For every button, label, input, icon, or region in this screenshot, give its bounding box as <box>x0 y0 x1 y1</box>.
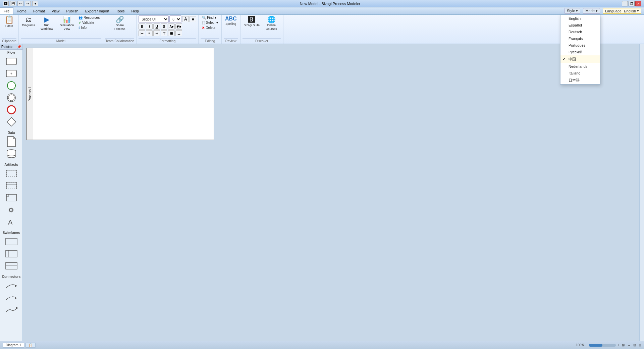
align-row: ⊢ ≡ ⊣ ⊤ ⊞ ⊥ <box>139 30 182 36</box>
menu-format[interactable]: Format <box>30 7 48 14</box>
dropdown-quick-btn[interactable]: ▾ <box>32 1 38 6</box>
palette-item-data-object[interactable] <box>5 136 18 147</box>
palette-item-start-event[interactable] <box>5 80 18 91</box>
palette-item-pool[interactable] <box>5 236 18 247</box>
fit-page-button[interactable]: ⊞ <box>622 343 625 347</box>
palette-item-artifact3[interactable] <box>5 192 18 203</box>
ribbon-group-model: 🗂 Diagrams ▶ Run Workflow 📊 Simulation V… <box>19 15 103 44</box>
grid-toggle-button[interactable]: ⊞ <box>639 343 641 347</box>
palette-item-data-store[interactable] <box>5 148 18 159</box>
resources-button[interactable]: 👥 Resources <box>77 15 101 20</box>
run-workflow-button[interactable]: ▶ Run Workflow <box>37 15 56 32</box>
menu-publish[interactable]: Publish <box>63 7 82 14</box>
restore-button[interactable]: ❐ <box>629 1 635 6</box>
palette-item-end-event[interactable] <box>5 104 18 115</box>
zoom-slider[interactable] <box>589 344 616 347</box>
style-control[interactable]: Style ▾ <box>565 8 581 14</box>
formatting-label: Formatting <box>139 38 196 43</box>
menu-help[interactable]: Help <box>128 7 142 14</box>
palette-item-lane2[interactable] <box>5 260 18 271</box>
italic-button[interactable]: I <box>146 23 153 30</box>
lang-english[interactable]: English <box>560 15 600 22</box>
font-color-button[interactable]: A▾ <box>168 23 175 30</box>
zoom-decrease-icon[interactable]: − <box>586 343 588 347</box>
align-left-button[interactable]: ⊢ <box>139 30 145 36</box>
undo-quick-btn[interactable]: ↩ <box>17 1 23 6</box>
bizagi-suite-button[interactable]: 🅱 Bizagi Suite <box>243 15 261 28</box>
palette-item-conn1[interactable] <box>5 280 18 291</box>
close-button[interactable]: ✕ <box>635 1 641 6</box>
language-control[interactable]: Language English ▾ <box>603 8 641 14</box>
validate-button[interactable]: ✔ Validate <box>77 20 101 25</box>
run-workflow-label: Run Workflow <box>38 23 55 31</box>
select-button[interactable]: ⬚ Select ▾ <box>201 20 219 25</box>
palette-item-gateway[interactable] <box>5 116 18 128</box>
lang-espanol[interactable]: Español <box>560 22 600 29</box>
fill-color-button[interactable]: ◩▾ <box>175 23 182 30</box>
online-courses-button[interactable]: 🌐 Online Courses <box>262 15 281 32</box>
delete-button[interactable]: ✖ Delete <box>201 26 219 30</box>
lang-deutsch[interactable]: Deutsch <box>560 29 600 35</box>
right-scrollbar[interactable] <box>639 44 644 341</box>
align-top-button[interactable]: ⊤ <box>161 30 167 36</box>
lang-deutsch-label: Deutsch <box>569 30 582 34</box>
align-right-button[interactable]: ⊣ <box>153 30 160 36</box>
align-center-button[interactable]: ≡ <box>146 30 153 36</box>
palette-item-lane1[interactable] <box>5 248 18 259</box>
align-bottom-button[interactable]: ⊥ <box>175 30 182 36</box>
diagram-tab-1[interactable]: Diagram 1 <box>3 343 24 348</box>
canvas-area[interactable]: Process 1 <box>23 44 639 341</box>
view-toggle-button[interactable]: ⊟ <box>633 343 636 347</box>
menu-file[interactable]: File <box>0 7 13 14</box>
redo-quick-btn[interactable]: ↪ <box>25 1 31 6</box>
find-button[interactable]: 🔍 Find ▾ <box>201 15 219 20</box>
mode-control[interactable]: Mode ▾ <box>583 8 600 14</box>
palette-item-artifact1[interactable] <box>5 168 18 179</box>
menu-tools[interactable]: Tools <box>113 7 128 14</box>
info-button[interactable]: ℹ Info <box>77 26 101 30</box>
lang-russian[interactable]: Русский <box>560 49 600 55</box>
add-diagram-tab[interactable]: 📋 <box>25 343 36 348</box>
lang-italian[interactable]: Italiano <box>560 70 600 77</box>
lang-dutch[interactable]: Nederlands <box>560 63 600 70</box>
save-quick-btn[interactable]: 💾 <box>10 1 16 6</box>
simulation-view-button[interactable]: 📊 Simulation View <box>57 15 76 32</box>
menu-export-import[interactable]: Export / Import <box>82 7 113 14</box>
palette-divider-flow-data <box>0 129 22 129</box>
font-size-increase-button[interactable]: A <box>182 16 189 22</box>
lang-portugues[interactable]: Português <box>560 42 600 49</box>
lang-chinese[interactable]: ✔ 中国 <box>560 55 600 63</box>
palette-item-task[interactable] <box>5 56 18 67</box>
paste-icon: 📋 <box>5 16 14 23</box>
palette-item-text-annotation[interactable]: A <box>5 216 18 228</box>
zoom-increase-icon[interactable]: + <box>617 343 619 347</box>
paste-button[interactable]: 📋 Paste <box>3 15 15 29</box>
resources-label: Resources <box>84 16 100 19</box>
align-middle-button[interactable]: ⊞ <box>168 30 175 36</box>
ribbon-group-clipboard: 📋 Paste Clipboard <box>0 15 19 44</box>
bold-button[interactable]: B <box>139 23 145 30</box>
strikethrough-button[interactable]: S <box>161 23 167 30</box>
palette-item-conn2[interactable] <box>5 292 18 303</box>
share-process-button[interactable]: 🔗 Share Process <box>110 15 129 32</box>
lang-francais[interactable]: Français <box>560 35 600 42</box>
font-size-decrease-button[interactable]: A <box>190 16 196 22</box>
underline-button[interactable]: U <box>153 23 160 30</box>
run-workflow-icon: ▶ <box>44 16 49 23</box>
diagrams-button[interactable]: 🗂 Diagrams <box>21 15 37 28</box>
palette-pin-icon[interactable]: 📌 <box>17 45 21 49</box>
spelling-button[interactable]: ABC Spelling <box>224 15 238 27</box>
menu-view[interactable]: View <box>48 7 63 14</box>
fit-width-button[interactable]: ↔ <box>627 343 631 347</box>
palette-item-intermediate-event[interactable] <box>5 92 18 103</box>
palette-item-artifact2[interactable] <box>5 180 18 191</box>
minimize-button[interactable]: ─ <box>622 1 628 6</box>
font-size-select[interactable]: 8 <box>169 15 181 23</box>
palette-item-conn3[interactable] <box>5 304 18 315</box>
font-name-select[interactable]: Segoe UI <box>139 15 169 23</box>
palette-section-connectors: Connectors <box>0 274 22 279</box>
palette-item-sub-process[interactable]: + <box>5 68 18 79</box>
lang-japanese[interactable]: 日本語 <box>560 77 600 84</box>
palette-item-gear[interactable]: ⚙ <box>5 204 18 215</box>
menu-home[interactable]: Home <box>13 7 30 14</box>
